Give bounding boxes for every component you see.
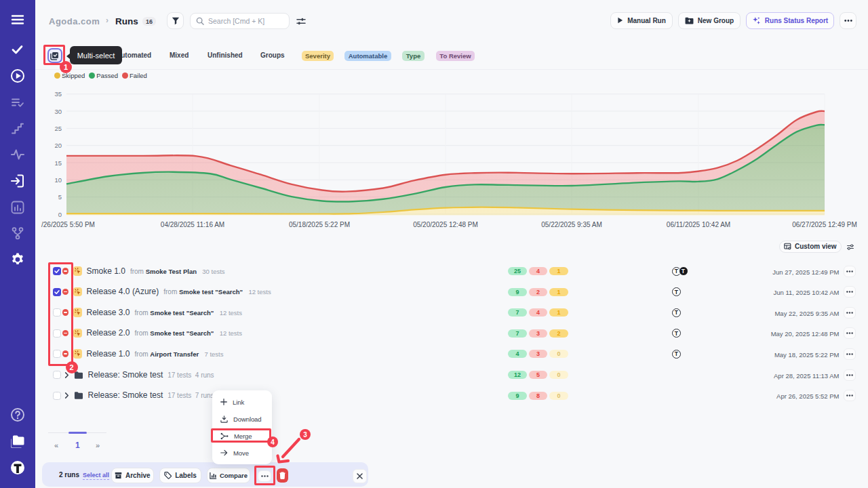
svg-text:5: 5 (58, 193, 62, 201)
svg-text:35: 35 (54, 90, 62, 98)
svg-text:20: 20 (54, 142, 62, 149)
svg-text:0: 0 (58, 211, 62, 218)
svg-text:15: 15 (54, 159, 62, 167)
svg-text:05/22/2025 9:35 AM: 05/22/2025 9:35 AM (541, 221, 602, 228)
svg-text:04/28/2025 11:16 AM: 04/28/2025 11:16 AM (161, 221, 224, 228)
svg-text:05/18/2025 5:22 PM: 05/18/2025 5:22 PM (289, 221, 350, 228)
svg-text:05/20/2025 12:48 PM: 05/20/2025 12:48 PM (413, 221, 478, 228)
svg-text:30: 30 (54, 108, 62, 115)
svg-text:06/27/2025 12:49 PM: 06/27/2025 12:49 PM (792, 221, 857, 228)
svg-text:/26/2025 5:50 PM: /26/2025 5:50 PM (41, 221, 95, 228)
svg-text:06/11/2025 10:42 AM: 06/11/2025 10:42 AM (667, 221, 730, 228)
svg-text:25: 25 (54, 125, 62, 132)
svg-text:10: 10 (54, 176, 62, 184)
